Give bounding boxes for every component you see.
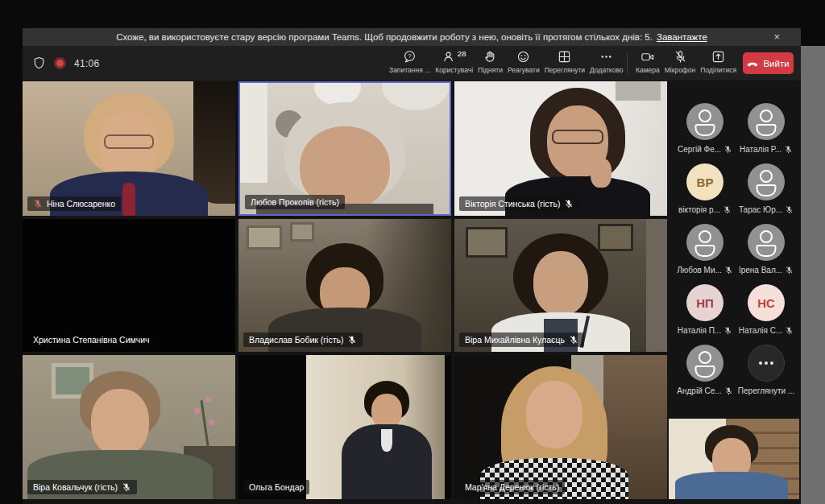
initials-avatar: НС <box>748 284 785 321</box>
video-tile-active-speaker[interactable]: Любов Прокопів (гість) <box>238 81 451 216</box>
video-feed <box>238 355 451 499</box>
person-glasses <box>552 130 603 144</box>
person-hand <box>591 159 611 188</box>
raise-hand-label: Підняти <box>478 66 503 74</box>
background-decor <box>194 408 200 414</box>
video-tile[interactable]: Вікторія Стинська (гість) <box>454 81 667 216</box>
mic-muted-icon <box>724 266 733 275</box>
desktop-background <box>801 46 825 504</box>
video-tile-camera-off[interactable]: Христина Степанівна Симчич <box>23 219 235 352</box>
person-avatar-icon <box>748 224 785 261</box>
participant-avatar[interactable]: Тарас Юр... <box>738 163 794 214</box>
more-ellipsis-icon <box>599 49 613 64</box>
svg-text:?: ? <box>408 52 411 60</box>
person-avatar-icon <box>686 345 723 382</box>
person-avatar-icon <box>748 103 785 140</box>
participant-name: Вікторія Стинська (гість) <box>465 199 560 209</box>
person-avatar-icon <box>686 103 723 140</box>
name-chip: Віра Михайлівна Кулаєць <box>459 333 584 347</box>
video-tile[interactable]: Ніна Слюсаренко <box>23 81 235 216</box>
background-decor <box>240 83 267 183</box>
update-banner-download-link[interactable]: Завантажте <box>657 32 707 42</box>
scene-shape <box>122 183 135 216</box>
participants-button[interactable]: 28 Користувачі <box>433 49 475 74</box>
mic-muted-icon <box>723 145 732 154</box>
react-label: Реагувати <box>508 66 540 74</box>
participant-avatar[interactable]: Наталія Р... <box>738 103 794 154</box>
participant-name: Тарас Юр... <box>739 205 782 214</box>
participant-avatar[interactable]: НП Наталія П... <box>677 284 733 335</box>
mic-muted-icon <box>723 326 732 335</box>
microphone-label: Мікрофон <box>665 66 696 74</box>
mic-muted-icon <box>122 482 131 492</box>
mic-muted-icon <box>564 199 574 209</box>
hangup-phone-icon <box>747 59 758 68</box>
participant-name: Наталія С... <box>739 326 782 335</box>
participant-avatar[interactable]: Ірена Вал... <box>738 224 794 275</box>
video-tile[interactable]: Віра Ковальчук (гість) <box>23 355 235 499</box>
participant-name: Ірена Вал... <box>739 266 782 275</box>
participant-avatar[interactable]: НС Наталія С... <box>738 284 794 335</box>
view-more-label: Переглянути ... <box>738 386 794 395</box>
more-ellipsis-icon <box>748 345 785 382</box>
toolbar-divider <box>627 52 628 74</box>
react-button[interactable]: Реагувати <box>505 49 542 74</box>
background-decor <box>466 227 508 258</box>
participant-avatar[interactable]: Андрій Се... <box>677 345 733 395</box>
person-face <box>526 381 582 448</box>
video-tile[interactable]: Віра Михайлівна Кулаєць <box>454 219 667 352</box>
qa-bubble-icon: ? <box>403 49 417 64</box>
participants-label: Користувачі <box>435 66 473 74</box>
react-smiley-icon <box>516 49 530 64</box>
mic-muted-icon <box>569 335 578 345</box>
background-decor <box>290 222 314 242</box>
video-feed <box>454 81 667 216</box>
video-tile[interactable]: Ольга Бондар <box>238 355 451 499</box>
leave-button[interactable]: Вийти <box>743 52 794 74</box>
shield-icon <box>32 56 46 70</box>
toolbar-device-cluster: Камера Мікрофон Поділитися <box>633 49 739 74</box>
more-button[interactable]: Додатково <box>587 49 625 74</box>
background-decor <box>209 419 214 425</box>
qa-button[interactable]: ? Запитання ... <box>387 49 433 74</box>
share-button[interactable]: Поділитися <box>698 49 739 74</box>
meeting-timer: 41:06 <box>74 58 100 69</box>
microphone-button[interactable]: Мікрофон <box>662 49 699 74</box>
view-button[interactable]: Переглянути <box>542 49 587 74</box>
participant-avatar[interactable]: Сергій Фе... <box>677 103 733 154</box>
mic-muted-icon <box>33 199 43 209</box>
camera-label: Камера <box>636 66 660 74</box>
more-label: Додатково <box>590 66 623 74</box>
participant-name: Наталія Р... <box>740 145 781 154</box>
people-icon: 28 <box>442 49 466 64</box>
video-tile[interactable]: Мар'яна Деренюк (гість) <box>454 355 667 499</box>
leave-label: Вийти <box>763 59 789 68</box>
name-chip: Вікторія Стинська (гість) <box>459 196 579 211</box>
person-face <box>533 251 588 316</box>
participant-name: Любов Ми... <box>677 266 722 275</box>
video-feed <box>454 355 667 499</box>
name-chip: Владислав Бобик (гість) <box>243 333 363 347</box>
participant-name: Владислав Бобик (гість) <box>249 335 343 345</box>
raise-hand-button[interactable]: Підняти <box>475 49 505 74</box>
view-more-participants[interactable]: Переглянути ... <box>738 345 794 395</box>
camera-button[interactable]: Камера <box>633 49 662 74</box>
share-screen-icon <box>711 49 725 64</box>
person-avatar-icon <box>748 163 785 200</box>
participant-avatar[interactable]: Любов Ми... <box>677 224 733 275</box>
name-chip: Ніна Слюсаренко <box>27 196 121 211</box>
participants-count-badge: 28 <box>458 49 466 58</box>
mic-muted-icon <box>347 335 357 345</box>
view-grid-icon <box>558 49 571 64</box>
banner-close-icon[interactable]: × <box>773 28 780 46</box>
participant-name: Андрій Се... <box>677 386 721 395</box>
teams-meeting-window: Схоже, ви використовуєте стару версію пр… <box>23 28 801 504</box>
participant-avatar[interactable]: ВР вікторія р... <box>677 163 733 214</box>
background-decor <box>382 83 450 110</box>
meeting-toolbar: 41:06 ? Запитання ... 28 Користувачі <box>23 46 801 81</box>
participant-name: Мар'яна Деренюк (гість) <box>465 482 559 492</box>
name-chip: Мар'яна Деренюк (гість) <box>459 480 565 494</box>
participant-name: Наталія П... <box>678 326 721 335</box>
video-tile[interactable]: Владислав Бобик (гість) <box>238 219 451 352</box>
participant-name: Христина Степанівна Симчич <box>33 335 150 345</box>
